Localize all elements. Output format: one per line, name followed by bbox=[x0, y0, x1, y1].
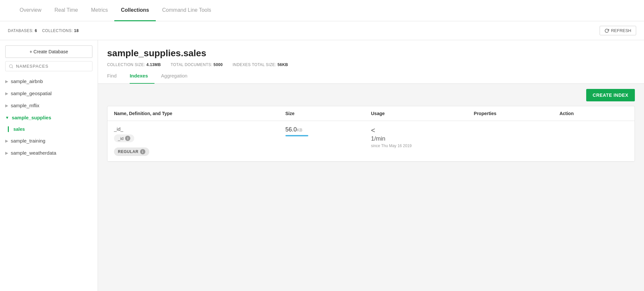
tab-collections[interactable]: Collections bbox=[114, 0, 155, 21]
tab-find[interactable]: Find bbox=[107, 68, 123, 84]
header-usage: Usage bbox=[371, 111, 474, 116]
index-field-name: _id bbox=[118, 136, 123, 141]
tab-indexes[interactable]: Indexes bbox=[130, 68, 154, 84]
collection-name: sales bbox=[13, 127, 25, 132]
db-name: sample_mflix bbox=[11, 103, 40, 108]
index-name: _id_ bbox=[114, 126, 285, 132]
refresh-button[interactable]: REFRESH bbox=[600, 26, 636, 35]
databases-label: DATABASES: bbox=[8, 28, 34, 33]
collection-size-value: 4.13MB bbox=[146, 62, 161, 67]
index-type-badge[interactable]: REGULAR i bbox=[114, 147, 149, 156]
header-action: Action bbox=[559, 111, 628, 116]
main-layout: + Create Database ▶ sample_airbnb ▶ samp… bbox=[0, 40, 644, 291]
refresh-label: REFRESH bbox=[611, 28, 631, 33]
table-row: _id_ _id i REGULAR i bbox=[107, 121, 635, 162]
size-unit: KB bbox=[297, 128, 302, 132]
total-docs-label: TOTAL DOCUMENTS: 5000 bbox=[171, 62, 223, 67]
total-docs-value: 5000 bbox=[214, 62, 223, 67]
tab-realtime[interactable]: Real Time bbox=[48, 0, 85, 21]
db-name: sample_airbnb bbox=[11, 78, 43, 84]
tab-command-line-tools[interactable]: Command Line Tools bbox=[156, 0, 218, 21]
sidebar-item-sample-airbnb[interactable]: ▶ sample_airbnb bbox=[0, 75, 98, 87]
sidebar-item-sample-supplies[interactable]: ▼ sample_supplies bbox=[0, 111, 98, 124]
chevron-right-icon: ▶ bbox=[5, 91, 8, 96]
index-usage-cell: < 1/min since Thu May 16 2019 bbox=[371, 126, 474, 148]
top-navigation: Overview Real Time Metrics Collections C… bbox=[0, 0, 644, 21]
create-index-row: CREATE INDEX bbox=[107, 89, 635, 101]
collection-title: sample_supplies.sales bbox=[107, 48, 635, 59]
chevron-right-icon: ▶ bbox=[5, 103, 8, 108]
usage-rate: 1/min bbox=[371, 135, 474, 142]
search-icon bbox=[9, 64, 13, 69]
collection-meta: COLLECTION SIZE: 4.13MB TOTAL DOCUMENTS:… bbox=[107, 62, 635, 67]
indexes-panel: CREATE INDEX Name, Definition, and Type … bbox=[98, 84, 644, 291]
collections-label: COLLECTIONS: bbox=[42, 28, 73, 33]
header-name: Name, Definition, and Type bbox=[114, 111, 285, 116]
index-table-header: Name, Definition, and Type Size Usage Pr… bbox=[107, 106, 635, 121]
index-type-label: REGULAR bbox=[118, 149, 138, 154]
sidebar: + Create Database ▶ sample_airbnb ▶ samp… bbox=[0, 40, 98, 291]
db-name: sample_supplies bbox=[12, 115, 51, 120]
collections-count: 18 bbox=[74, 28, 79, 33]
type-info-icon[interactable]: i bbox=[140, 149, 145, 154]
indexes-size-value: 56KB bbox=[278, 62, 288, 67]
create-database-button[interactable]: + Create Database bbox=[5, 45, 92, 58]
tab-overview[interactable]: Overview bbox=[13, 0, 48, 21]
sidebar-collection-sales[interactable]: sales bbox=[0, 124, 98, 135]
collection-header: sample_supplies.sales COLLECTION SIZE: 4… bbox=[98, 40, 644, 67]
content-area: sample_supplies.sales COLLECTION SIZE: 4… bbox=[98, 40, 644, 291]
header-properties: Properties bbox=[474, 111, 559, 116]
sub-tabs: Find Indexes Aggregation bbox=[98, 68, 644, 84]
sidebar-item-sample-weatherdata[interactable]: ▶ sample_weatherdata bbox=[0, 147, 98, 159]
stats-bar: DATABASES: 6 COLLECTIONS: 18 REFRESH bbox=[0, 21, 644, 40]
svg-line-1 bbox=[12, 67, 13, 68]
chevron-right-icon: ▶ bbox=[5, 151, 8, 155]
db-name: sample_training bbox=[11, 138, 45, 144]
create-index-button[interactable]: CREATE INDEX bbox=[586, 89, 635, 101]
tab-aggregation[interactable]: Aggregation bbox=[161, 68, 194, 84]
refresh-icon bbox=[604, 28, 609, 33]
indexes-size-label: INDEXES TOTAL SIZE: 56KB bbox=[233, 62, 288, 67]
chevron-right-icon: ▶ bbox=[5, 139, 8, 143]
stats-summary: DATABASES: 6 COLLECTIONS: 18 bbox=[8, 28, 79, 33]
databases-count: 6 bbox=[35, 28, 37, 33]
db-name: sample_geospatial bbox=[11, 91, 52, 96]
chevron-right-icon: ▶ bbox=[5, 79, 8, 84]
chevron-down-icon: ▼ bbox=[5, 115, 9, 120]
size-bar bbox=[285, 135, 308, 136]
size-value: 56.0 bbox=[285, 126, 297, 133]
tab-metrics[interactable]: Metrics bbox=[85, 0, 115, 21]
collection-size-label: COLLECTION SIZE: 4.13MB bbox=[107, 62, 161, 67]
usage-since: since Thu May 16 2019 bbox=[371, 144, 474, 148]
sidebar-item-sample-mflix[interactable]: ▶ sample_mflix bbox=[0, 99, 98, 111]
sidebar-item-sample-training[interactable]: ▶ sample_training bbox=[0, 135, 98, 147]
usage-symbol: < bbox=[371, 126, 375, 134]
namespace-search-box[interactable] bbox=[5, 61, 92, 71]
index-size-cell: 56.0KB bbox=[285, 126, 371, 136]
header-size: Size bbox=[285, 111, 371, 116]
field-info-icon[interactable]: i bbox=[125, 136, 130, 141]
index-name-cell: _id_ _id i REGULAR i bbox=[114, 126, 285, 156]
db-name: sample_weatherdata bbox=[11, 150, 56, 156]
index-table: Name, Definition, and Type Size Usage Pr… bbox=[107, 106, 635, 162]
index-field-badge[interactable]: _id i bbox=[114, 134, 134, 142]
sidebar-item-sample-geospatial[interactable]: ▶ sample_geospatial bbox=[0, 87, 98, 99]
namespace-search-input[interactable] bbox=[16, 64, 89, 69]
